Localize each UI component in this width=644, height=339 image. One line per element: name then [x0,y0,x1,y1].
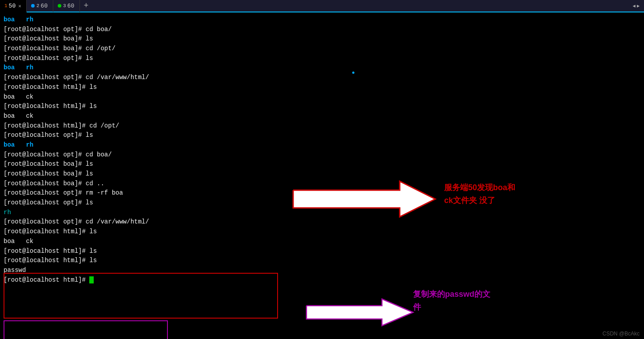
line-2: [root@localhost opt]# cd boa/ [4,25,284,35]
line-18: [root@localhost boa]# cd .. [4,179,284,189]
tab-2-dot [31,4,35,8]
line-13: [root@localhost opt]# ls [4,131,284,140]
line-6: boa rh [4,63,284,73]
new-tab-button[interactable]: + [80,0,92,12]
tab-2-label: 60 [41,3,48,9]
line-25: [root@localhost html]# ls [4,247,284,256]
watermark: CSDN @BcAkc [602,331,640,337]
tab-1-num: 1 [4,3,8,8]
line-21: rh [4,208,284,218]
line-7: [root@localhost opt]# cd /var/www/html/ [4,73,284,83]
line-10: [root@localhost html]# ls [4,102,284,112]
line-22: [root@localhost opt]# cd /var/www/html/ [4,217,284,227]
nav-left-icon: ◂ [632,1,636,10]
line-27: passwd [4,266,284,275]
tab-1-label: 50 [9,3,16,9]
line-28: [root@localhost html]# [4,275,284,285]
line-12: [root@localhost html]# cd /opt/ [4,121,284,131]
tab-1-close[interactable]: ✕ [18,3,21,9]
line-5: [root@localhost opt]# ls [4,54,284,64]
red-arrow [284,177,440,223]
purple-annotation-text: 复制来的passwd的文 件 [413,288,490,314]
tab-2-num: 2 [36,3,40,8]
tab-1[interactable]: 1 50 ✕ [0,0,27,12]
tab-bar: 1 50 ✕ 2 60 3 60 + ◂ ▸ [0,0,644,12]
line-23: [root@localhost html]# ls [4,227,284,237]
line-19: [root@localhost opt]# rm -rf boa [4,188,284,198]
tab-nav-arrows: ◂ ▸ [632,1,644,10]
tab-3[interactable]: 3 60 [53,0,80,12]
line-1: boa rh [4,15,284,25]
tab-3-dot [58,4,61,8]
nav-right-icon: ▸ [636,1,640,10]
tab-2[interactable]: 2 60 [27,0,53,12]
line-14: boa rh [4,140,284,150]
terminal-cursor [89,276,94,283]
tab-3-num: 3 [63,3,66,8]
purple-arrow [302,297,417,330]
line-8: [root@localhost html]# ls [4,83,284,92]
line-11: boa ck [4,112,284,121]
terminal-area[interactable]: boa rh [root@localhost opt]# cd boa/ [ro… [0,12,644,339]
small-dot-decoration [352,72,354,74]
line-24: boa ck [4,237,284,247]
line-16: [root@localhost boa]# ls [4,160,284,169]
line-15: [root@localhost opt]# cd boa/ [4,150,284,160]
line-3: [root@localhost boa]# ls [4,34,284,44]
line-9: boa ck [4,92,284,102]
red-annotation-text: 服务端50发现boa和 ck文件夹 没了 [444,181,515,207]
line-4: [root@localhost boa]# cd /opt/ [4,44,284,54]
terminal-text: boa rh [root@localhost opt]# cd boa/ [ro… [2,14,286,339]
line-26: [root@localhost html]# ls [4,256,284,266]
line-17: [root@localhost boa]# ls [4,169,284,179]
line-20: [root@localhost opt]# ls [4,198,284,208]
tab-3-label: 60 [68,3,75,9]
